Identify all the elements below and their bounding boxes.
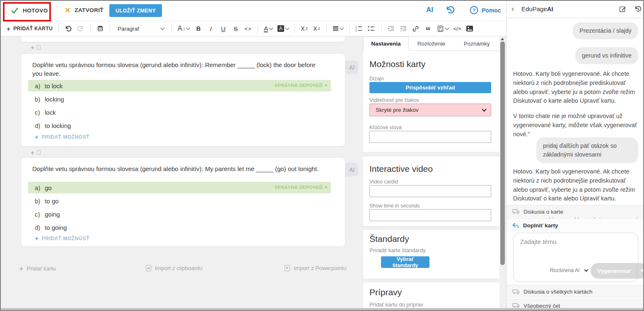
keywords-input[interactable] <box>369 131 491 143</box>
answer-option-a[interactable]: a) go SPRÁVNA ODPOVEĎ <box>28 182 331 193</box>
close-x-icon: × <box>65 7 70 14</box>
underline-button[interactable]: U <box>218 23 229 34</box>
visibility-select[interactable]: Skryté pre žiakov <box>369 104 491 116</box>
align-icon <box>333 26 339 31</box>
settings-panel: Nastavenia Rozloženie Poznámky Možnosti … <box>363 36 506 311</box>
assistant-message: V tomto chate nie je možné upravovať už … <box>513 112 639 139</box>
add-card-toolbar-button[interactable]: + PRIDAŤ KARTU <box>5 23 54 34</box>
card-ai-tag[interactable]: AI <box>345 60 358 74</box>
ai-model-select[interactable]: Rozšírená AI <box>550 268 588 273</box>
discuss-card-row[interactable]: Diskusia o karte <box>507 205 644 218</box>
show-time-input[interactable] <box>369 209 491 221</box>
link-button[interactable] <box>410 23 421 34</box>
select-standards-button[interactable]: Vybrať štandardy <box>381 256 429 268</box>
customize-appearance-button[interactable]: Prispôsobiť vzhľad <box>369 82 491 93</box>
header-history-icon[interactable] <box>445 5 455 17</box>
bold-button[interactable]: B <box>193 23 204 34</box>
subscript-button[interactable]: X2 <box>311 23 322 34</box>
undo-button[interactable] <box>63 23 74 34</box>
quote-icon: “ <box>426 29 431 33</box>
generate-dropdown-arrow[interactable] <box>637 270 644 272</box>
scroll-up-arrow[interactable] <box>501 38 504 40</box>
back-chevron-icon[interactable]: ‹ <box>511 5 514 12</box>
discuss-all-cards-row[interactable]: Diskusia o všetkých kartách <box>507 285 644 298</box>
scrollbar-thumb[interactable] <box>500 41 505 265</box>
tab-nastavenia[interactable]: Nastavenia <box>363 36 409 51</box>
new-chat-icon[interactable] <box>619 5 626 14</box>
import-clipboard-button[interactable]: w Import z clipboardu <box>146 265 203 271</box>
redo-button[interactable] <box>75 23 86 34</box>
save-changes-button[interactable]: ULOŽIŤ ZMENY <box>109 4 162 17</box>
add-card-footer-button[interactable]: + Pridať kartu <box>19 265 56 272</box>
inline-code-button[interactable]: <> <box>243 23 253 34</box>
video-cardid-input[interactable] <box>369 185 491 197</box>
topic-input[interactable] <box>519 237 631 261</box>
answer-option-c[interactable]: c) going <box>28 208 331 220</box>
answer-option-b[interactable]: b) locking <box>28 93 331 105</box>
italic-button[interactable]: I <box>205 23 216 34</box>
question-text[interactable]: Doplňte vetu správnou formou slovesa (ge… <box>32 164 320 173</box>
app-window: HOTOVO × ZATVORIŤ ULOŽIŤ ZMENY AI ? Pomo… <box>0 0 644 311</box>
add-option-button[interactable]: + PRIDAŤ MOŽNOSŤ <box>35 235 89 242</box>
previous-card-partial[interactable] <box>21 36 345 42</box>
answer-option-d[interactable]: d) to locking <box>28 120 331 131</box>
chevron-down-icon <box>340 26 344 30</box>
import-powerpoint-button[interactable]: P Import z Powerpointu <box>285 265 347 271</box>
superscript-button[interactable]: X2 <box>299 23 310 34</box>
toolbar-divider <box>90 24 91 33</box>
toolbar-divider <box>326 24 327 33</box>
toolbar-divider <box>294 24 295 33</box>
insert-card-control[interactable]: + <box>31 149 41 156</box>
font-size-select[interactable]: A ↕ <box>176 23 191 34</box>
card-ai-tag[interactable]: AI <box>345 163 358 176</box>
answer-option-d[interactable]: d) to going <box>28 222 331 233</box>
answer-option-b[interactable]: b) to go <box>28 195 331 207</box>
outdent-button[interactable] <box>386 23 396 34</box>
help-button[interactable]: ? Pomoc <box>470 6 501 14</box>
code-view-button[interactable]: </> <box>452 23 463 34</box>
image-icon <box>466 25 473 32</box>
blockquote-button[interactable]: “ <box>423 23 434 34</box>
preparations-subtitle: Pridať kartu do príprav <box>369 301 423 308</box>
question-card[interactable]: Doplňte vetu správnou formou slovesa (ge… <box>21 53 345 147</box>
insert-card-control[interactable]: + <box>31 44 41 51</box>
complete-cards-row[interactable]: Doplniť karty <box>507 218 644 232</box>
add-option-button[interactable]: + PRIDAŤ MOŽNOSŤ <box>35 133 89 140</box>
strikethrough-button[interactable]: S <box>230 23 241 34</box>
generate-button[interactable]: Vygenerovať <box>591 263 644 279</box>
settings-scrollbar[interactable] <box>499 36 505 311</box>
correct-answer-badge: SPRÁVNA ODPOVEĎ <box>275 83 327 88</box>
chat-bubble-icon <box>512 289 519 295</box>
section-title: Štandardy <box>369 234 409 244</box>
background-color-button[interactable]: A <box>276 23 290 34</box>
align-button[interactable] <box>331 23 345 34</box>
indent-button[interactable] <box>398 23 409 34</box>
chat-panel-title: EduPageAI <box>521 5 553 12</box>
toolbar-divider <box>110 24 110 33</box>
chevron-down-icon <box>285 26 289 30</box>
red-highlight-box <box>3 2 51 22</box>
section-title: Možnosti karty <box>369 59 425 69</box>
close-button[interactable]: × ZATVORIŤ <box>65 7 104 14</box>
question-text[interactable]: Doplňte vetu správnou formou slovesa (ge… <box>32 60 320 78</box>
insert-template-button[interactable] <box>435 23 450 34</box>
font-color-button[interactable]: A <box>262 23 274 34</box>
interactive-video-section: Interactive video Video cardid Show time… <box>363 157 499 227</box>
editor-toolbar: + PRIDAŤ KARTU Paragraf A ↕ B I U S <> <box>1 21 506 36</box>
insert-image-button[interactable] <box>464 23 475 34</box>
answer-option-a[interactable]: a) to lock SPRÁVNA ODPOVEĎ <box>28 80 331 92</box>
chat-history-icon[interactable] <box>634 5 642 14</box>
layers-button[interactable] <box>95 23 106 34</box>
bullet-list-button[interactable] <box>366 23 377 34</box>
chat-bubble-icon <box>512 303 519 309</box>
tab-poznamky[interactable]: Poznámky <box>454 36 499 51</box>
paragraph-style-select[interactable]: Paragraf <box>114 23 167 34</box>
toolbar-divider <box>349 24 350 33</box>
tab-rozlozenie[interactable]: Rozloženie <box>409 36 454 51</box>
ordered-list-button[interactable]: 12 <box>354 23 364 34</box>
answer-option-c[interactable]: c) lock <box>28 106 331 118</box>
header-ai-button[interactable]: AI <box>426 6 433 14</box>
assistant-message: Hotovo. Karty boli vygenerované. Ak chce… <box>513 70 639 106</box>
plus-icon: + <box>31 149 34 156</box>
question-card[interactable]: Doplňte vetu správnou formou slovesa (ge… <box>21 157 345 247</box>
